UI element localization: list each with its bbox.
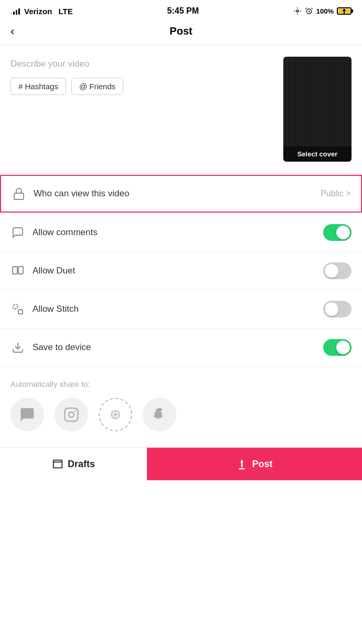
messages-share-button[interactable] — [10, 398, 44, 431]
drafts-icon — [52, 458, 63, 470]
auto-share-title: Automatically share to: — [10, 379, 352, 388]
allow-comments-row[interactable]: Allow comments — [0, 214, 362, 252]
svg-rect-21 — [241, 462, 243, 467]
battery-percent: 100% — [316, 7, 334, 15]
svg-point-0 — [296, 10, 299, 12]
carrier-label: Verizon — [24, 7, 52, 16]
post-icon — [236, 458, 248, 470]
svg-rect-18 — [54, 460, 62, 468]
allow-duet-toggle[interactable] — [323, 262, 352, 279]
location-icon — [293, 7, 302, 15]
tiktoknow-share-button[interactable] — [99, 398, 132, 431]
who-can-view-value: Public > — [321, 189, 350, 198]
allow-stitch-label: Allow Stitch — [33, 304, 316, 314]
lock-icon — [12, 186, 26, 201]
allow-duet-row[interactable]: Allow Duet — [0, 252, 362, 290]
svg-rect-5 — [18, 267, 23, 274]
stitch-icon — [10, 302, 25, 316]
network-type: LTE — [59, 7, 73, 16]
post-label: Post — [252, 459, 272, 470]
alarm-icon — [305, 7, 313, 15]
share-icons-row — [10, 398, 352, 431]
description-area: Describe your video # Hashtags @ Friends — [10, 57, 275, 95]
toggle-knob — [325, 264, 338, 278]
svg-rect-7 — [13, 304, 17, 309]
drafts-button[interactable]: Drafts — [0, 448, 147, 480]
friends-button[interactable]: @ Friends — [71, 78, 123, 95]
save-to-device-label: Save to device — [33, 342, 316, 353]
video-section: Describe your video # Hashtags @ Friends… — [0, 45, 362, 174]
svg-rect-8 — [18, 310, 23, 314]
save-to-device-row[interactable]: Save to device — [0, 329, 362, 367]
top-nav: ‹ Post — [0, 20, 362, 45]
svg-marker-20 — [241, 459, 244, 462]
svg-point-14 — [74, 410, 76, 412]
drafts-label: Drafts — [68, 459, 95, 470]
allow-comments-label: Allow comments — [33, 227, 316, 238]
svg-rect-12 — [65, 408, 78, 421]
allow-comments-toggle[interactable] — [323, 224, 352, 241]
save-to-device-toggle[interactable] — [323, 339, 352, 356]
status-right: 100% — [293, 7, 352, 15]
back-button[interactable]: ‹ — [10, 25, 14, 38]
svg-point-13 — [69, 412, 74, 417]
select-cover-label[interactable]: Select cover — [283, 146, 352, 162]
page-title: Post — [169, 25, 192, 37]
tag-buttons: # Hashtags @ Friends — [10, 78, 275, 95]
snapchat-share-button[interactable] — [143, 398, 176, 431]
who-can-view-row[interactable]: Who can view this video Public > — [0, 175, 362, 213]
status-bar: Verizon LTE 5:45 PM 100% — [0, 0, 362, 20]
battery-icon — [337, 7, 352, 15]
status-left: Verizon LTE — [10, 7, 73, 16]
time-display: 5:45 PM — [167, 6, 199, 16]
description-placeholder[interactable]: Describe your video — [10, 57, 275, 69]
toggle-knob — [336, 226, 350, 239]
bottom-bar: Drafts Post — [0, 447, 362, 480]
comment-icon — [10, 225, 25, 240]
svg-marker-2 — [343, 8, 346, 14]
signal-bars — [10, 7, 20, 15]
svg-rect-3 — [14, 193, 24, 199]
allow-stitch-toggle[interactable] — [323, 301, 352, 318]
svg-rect-4 — [13, 267, 17, 274]
download-icon — [10, 340, 25, 355]
post-button[interactable]: Post — [147, 448, 362, 480]
hashtags-button[interactable]: # Hashtags — [10, 78, 66, 95]
instagram-share-button[interactable] — [55, 398, 88, 431]
auto-share-section: Automatically share to: — [0, 367, 362, 442]
toggle-knob — [336, 341, 350, 354]
who-can-view-label: Who can view this video — [34, 188, 313, 199]
toggle-knob — [325, 302, 338, 316]
allow-duet-label: Allow Duet — [33, 266, 316, 276]
chevron-icon: > — [346, 189, 350, 198]
duet-icon — [10, 263, 25, 278]
settings-list: Who can view this video Public > Allow c… — [0, 175, 362, 367]
video-thumbnail[interactable]: Select cover — [283, 57, 352, 162]
allow-stitch-row[interactable]: Allow Stitch — [0, 290, 362, 329]
